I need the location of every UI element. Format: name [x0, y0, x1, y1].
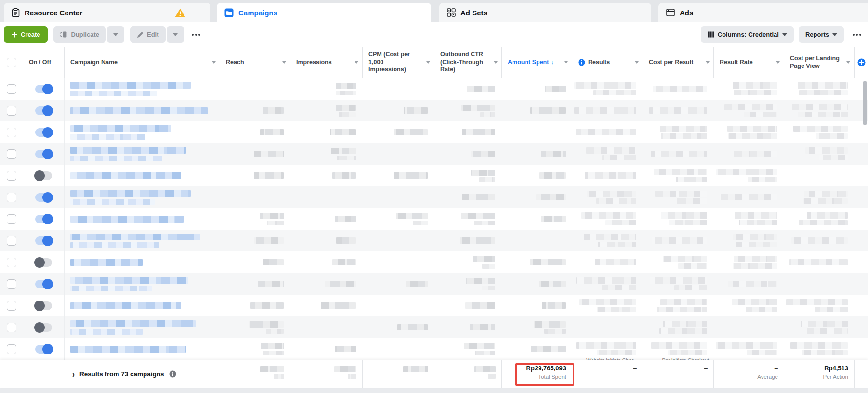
redacted-value [267, 221, 284, 225]
redacted-campaign-name [70, 125, 171, 140]
tab-resource-center[interactable]: Resource Center [4, 3, 210, 22]
reports-button[interactable]: Reports [799, 26, 844, 43]
level-tabbar: Resource Center Campaigns A [0, 0, 868, 22]
row-checkbox[interactable] [7, 258, 16, 267]
redacted-value [581, 212, 636, 219]
column-header-impressions[interactable]: Impressions [290, 47, 363, 78]
redacted-value [733, 263, 777, 269]
pencil-icon [137, 31, 144, 38]
create-label: Create [21, 31, 40, 38]
redacted-value [250, 302, 284, 309]
campaign-toggle-on[interactable] [35, 85, 52, 93]
campaign-toggle-off[interactable] [35, 301, 52, 310]
redacted-value [747, 350, 777, 355]
redacted-value [461, 213, 495, 219]
reports-label: Reports [805, 31, 829, 38]
redacted-value [651, 151, 707, 157]
row-checkbox[interactable] [7, 84, 16, 94]
redacted-value [413, 221, 428, 225]
redacted-campaign-name [70, 259, 143, 266]
column-header-amount_spent[interactable]: Amount Spent↓ [502, 47, 572, 78]
redacted-value [545, 86, 566, 92]
redacted-value [748, 177, 777, 182]
result-rate-total: – [775, 365, 778, 372]
row-checkbox[interactable] [7, 323, 16, 332]
redacted-value [70, 320, 196, 327]
redacted-value [536, 194, 566, 200]
redacted-value [70, 147, 186, 154]
campaign-toggle-off[interactable] [35, 258, 52, 267]
row-checkbox[interactable] [7, 301, 16, 311]
duplicate-button[interactable]: Duplicate [53, 26, 106, 43]
columns-button[interactable]: Columns: Credential [701, 26, 794, 43]
edit-dropdown-button[interactable] [167, 26, 184, 43]
column-header-cost_per_lpv[interactable]: Cost per Landing Page View [784, 47, 855, 78]
redacted-value [488, 374, 496, 379]
redacted-value [330, 129, 356, 135]
edit-button[interactable]: Edit [130, 26, 166, 43]
caret-down-icon [832, 33, 837, 36]
sort-caret-icon [355, 61, 358, 64]
row-checkbox[interactable] [7, 214, 16, 224]
more-options-button[interactable] [853, 34, 861, 36]
campaign-toggle-off[interactable] [35, 171, 52, 180]
tab-ad-sets[interactable]: Ad Sets [439, 3, 651, 22]
campaign-row [0, 100, 868, 121]
campaign-toggle-on[interactable] [35, 150, 52, 158]
campaign-toggle-on[interactable] [35, 345, 52, 354]
column-header-result_rate[interactable]: Result Rate [714, 47, 784, 78]
row-checkbox[interactable] [7, 279, 16, 289]
row-checkbox[interactable] [7, 149, 16, 159]
campaign-toggle-on[interactable] [35, 236, 52, 245]
more-actions-button[interactable] [192, 34, 200, 36]
campaign-toggle-on[interactable] [35, 106, 52, 115]
caret-down-icon [782, 33, 787, 36]
row-checkbox[interactable] [7, 106, 16, 116]
row-checkbox[interactable] [7, 193, 16, 202]
tab-ads[interactable]: Ads [658, 3, 868, 22]
redacted-value [70, 91, 157, 96]
redacted-value [716, 342, 777, 349]
campaign-row [0, 208, 868, 230]
toggle-knob [34, 170, 45, 181]
redacted-value [744, 112, 777, 117]
redacted-value [674, 285, 707, 290]
redacted-value [396, 213, 428, 219]
campaign-toggle-on[interactable] [35, 215, 52, 223]
duplicate-dropdown-button[interactable] [107, 26, 124, 43]
redacted-value [801, 321, 848, 327]
redacted-value [657, 307, 707, 312]
expand-summary-chevron-icon[interactable]: › [72, 369, 75, 379]
create-button[interactable]: Create [4, 26, 48, 43]
column-header-name[interactable]: Campaign Name [65, 47, 220, 78]
campaign-toggle-on[interactable] [35, 193, 52, 202]
add-column-button[interactable] [857, 58, 866, 66]
row-checkbox[interactable] [7, 171, 16, 181]
column-header-onoff[interactable]: On / Off [23, 47, 65, 78]
redacted-value [530, 107, 566, 114]
row-checkbox[interactable] [7, 344, 16, 354]
tab-label: Resource Center [25, 9, 82, 17]
vertical-scrollbar[interactable] [863, 81, 867, 125]
campaign-toggle-on[interactable] [35, 280, 52, 288]
redacted-value [70, 82, 191, 89]
column-header-cpm[interactable]: CPM (Cost per 1,000 Impressions) [363, 47, 434, 78]
redacted-value [736, 242, 777, 247]
column-header-reach[interactable]: Reach [220, 47, 290, 78]
column-header-outbound_ctr[interactable]: Outbound CTR (Click-Through Rate) [434, 47, 502, 78]
info-icon[interactable] [169, 370, 176, 378]
select-all-checkbox[interactable] [7, 58, 16, 67]
campaign-toggle-on[interactable] [35, 128, 52, 137]
row-checkbox[interactable] [7, 236, 16, 246]
redacted-value [574, 82, 636, 89]
redacted-value [803, 198, 848, 204]
toggle-knob [42, 344, 53, 354]
info-icon[interactable] [578, 59, 585, 66]
column-header-results[interactable]: Results [572, 47, 643, 78]
row-checkbox[interactable] [7, 128, 16, 137]
tab-campaigns[interactable]: Campaigns [217, 3, 431, 22]
column-header-cost_per_result[interactable]: Cost per Result [643, 47, 714, 78]
summary-impressions-cell [290, 360, 363, 388]
campaign-toggle-off[interactable] [35, 323, 52, 332]
column-label: CPM (Cost per 1,000 Impressions) [368, 51, 422, 74]
